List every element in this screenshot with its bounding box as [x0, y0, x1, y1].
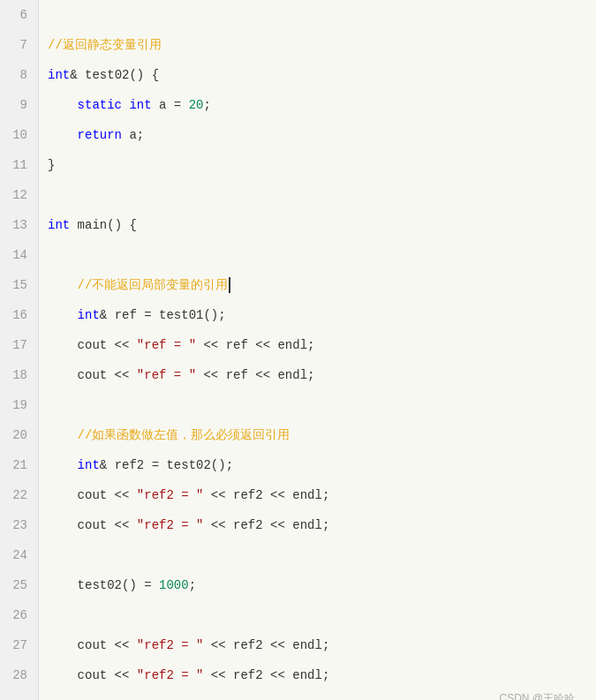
code-line: //不能返回局部变量的引用 — [48, 270, 596, 300]
token-string: "ref2 = " — [137, 518, 204, 532]
token-plain — [48, 428, 78, 442]
code-line: static int a = 20; — [48, 90, 596, 120]
token-kw-type: int — [129, 98, 151, 112]
line-number: 16 — [11, 300, 27, 330]
code-line: return a; — [48, 120, 596, 150]
code-editor: 6789101112131415161718192021222324252627… — [0, 0, 596, 700]
token-kw-type: int — [78, 458, 100, 472]
token-kw-type: static — [78, 98, 122, 112]
token-plain: a = — [152, 98, 189, 112]
line-number: 24 — [11, 540, 27, 570]
token-num: 20 — [189, 98, 204, 112]
token-plain — [48, 278, 78, 292]
token-string: "ref = " — [137, 338, 196, 352]
token-plain: cout << — [48, 488, 137, 502]
line-number: 27 — [11, 630, 27, 660]
token-plain: & ref2 = test02(); — [100, 458, 233, 472]
line-number: 20 — [11, 420, 27, 450]
line-number: 19 — [11, 390, 27, 420]
code-line: int& test02() { — [48, 60, 596, 90]
token-kw-type: int — [78, 308, 100, 322]
line-number: 15 — [11, 270, 27, 300]
token-plain: cout << — [48, 668, 137, 682]
code-line: cout << "ref2 = " << ref2 << endl; — [48, 510, 596, 540]
line-number: 17 — [11, 330, 27, 360]
line-number: 8 — [11, 60, 27, 90]
token-plain: << ref << endl; — [196, 338, 314, 352]
token-plain: << ref2 << endl; — [203, 488, 329, 502]
token-kw-type: int — [48, 218, 70, 232]
token-num: 1000 — [159, 578, 189, 592]
token-comment: //返回静态变量引用 — [48, 38, 162, 52]
token-plain: test02() = — [48, 578, 159, 592]
token-plain: << ref << endl; — [196, 368, 314, 382]
line-number: 12 — [11, 180, 27, 210]
code-line: //返回静态变量引用 — [48, 30, 596, 60]
token-comment: //不能返回局部变量的引用 — [78, 278, 229, 292]
token-comment: //如果函数做左值，那么必须返回引用 — [78, 428, 290, 442]
token-plain — [48, 128, 78, 142]
token-plain: } — [48, 158, 55, 172]
token-plain: cout << — [48, 518, 137, 532]
token-string: "ref = " — [137, 368, 196, 382]
token-plain: << ref2 << endl; — [203, 638, 329, 652]
token-string: "ref2 = " — [137, 488, 204, 502]
line-number: 23 — [11, 510, 27, 540]
line-number: 28 — [11, 660, 27, 690]
code-line: int main() { — [48, 210, 596, 240]
code-line — [48, 600, 596, 630]
code-line — [48, 0, 596, 30]
token-plain: ; — [203, 98, 210, 112]
code-line — [48, 240, 596, 270]
line-number: 14 — [11, 240, 27, 270]
code-line: cout << "ref = " << ref << endl; — [48, 360, 596, 390]
token-plain: & ref = test01(); — [100, 308, 226, 322]
token-string: "ref2 = " — [137, 668, 204, 682]
line-number: 29 — [11, 690, 27, 700]
token-plain — [48, 308, 78, 322]
token-plain: << ref2 << endl; — [203, 668, 329, 682]
code-line: cout << "ref = " << ref << endl; — [48, 330, 596, 360]
code-line: } — [48, 150, 596, 180]
token-kw-type: return — [78, 128, 122, 142]
token-plain: cout << — [48, 368, 137, 382]
line-number: 10 — [11, 120, 27, 150]
line-number: 21 — [11, 450, 27, 480]
token-plain: main() { — [70, 218, 137, 232]
token-plain: & test02() { — [70, 68, 159, 82]
token-plain: a; — [122, 128, 144, 142]
token-kw-type: int — [48, 68, 70, 82]
code-line: int& ref = test01(); — [48, 300, 596, 330]
line-number: 7 — [11, 30, 27, 60]
code-line: cout << "ref2 = " << ref2 << endl; — [48, 630, 596, 660]
code-line: int& ref2 = test02(); — [48, 450, 596, 480]
code-line: cout << "ref2 = " << ref2 << endl; — [48, 480, 596, 510]
line-number: 11 — [11, 150, 27, 180]
code-content: //返回静态变量引用int& test02() { static int a =… — [39, 0, 596, 700]
line-number: 9 — [11, 90, 27, 120]
token-plain: cout << — [48, 638, 137, 652]
token-plain: cout << — [48, 338, 137, 352]
line-number: 22 — [11, 480, 27, 510]
text-cursor — [229, 277, 230, 293]
code-line — [48, 390, 596, 420]
line-number: 13 — [11, 210, 27, 240]
token-plain: << ref2 << endl; — [203, 518, 329, 532]
token-plain — [48, 458, 78, 472]
line-number-column: 6789101112131415161718192021222324252627… — [0, 0, 39, 700]
code-line — [48, 540, 596, 570]
token-string: "ref2 = " — [137, 638, 204, 652]
code-line: test02() = 1000; — [48, 570, 596, 600]
code-line — [48, 180, 596, 210]
line-number: 6 — [11, 0, 27, 30]
watermark: CSDN @王哈哈。 — [499, 683, 585, 700]
code-line: //如果函数做左值，那么必须返回引用 — [48, 420, 596, 450]
token-plain — [48, 98, 78, 112]
line-number: 18 — [11, 360, 27, 390]
line-number: 26 — [11, 600, 27, 630]
token-plain: ; — [189, 578, 196, 592]
line-number: 25 — [11, 570, 27, 600]
